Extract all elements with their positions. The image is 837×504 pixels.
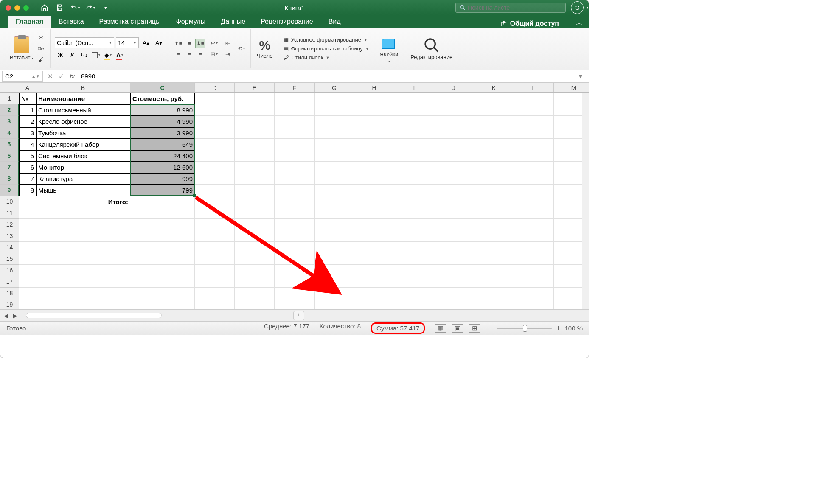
cell[interactable]	[315, 173, 354, 185]
cell[interactable]	[354, 207, 394, 219]
cell[interactable]	[315, 276, 354, 288]
cell[interactable]	[394, 230, 434, 242]
format-painter-icon[interactable]: 🖌	[36, 56, 46, 64]
cell[interactable]	[434, 265, 474, 276]
cell[interactable]	[195, 173, 235, 185]
cell[interactable]	[275, 127, 315, 139]
cell[interactable]	[315, 162, 354, 173]
cell[interactable]	[315, 288, 354, 299]
cell[interactable]	[514, 139, 554, 150]
cell[interactable]	[474, 196, 514, 207]
cell[interactable]	[394, 127, 434, 139]
data-cell[interactable]: 999	[130, 173, 195, 185]
cell[interactable]	[130, 276, 195, 288]
row-header-5[interactable]: 5	[0, 139, 19, 150]
underline-button[interactable]: Ч▾	[79, 50, 90, 60]
data-cell[interactable]: 6	[19, 162, 36, 173]
cell[interactable]	[235, 265, 275, 276]
cell[interactable]	[434, 127, 474, 139]
cell[interactable]	[474, 299, 514, 309]
cell[interactable]	[275, 162, 315, 173]
font-color-button[interactable]: А▾	[114, 50, 125, 60]
row-header-11[interactable]: 11	[0, 207, 19, 219]
row-header-2[interactable]: 2	[0, 104, 19, 116]
cell[interactable]	[19, 207, 36, 219]
data-cell[interactable]: Тумбочка	[36, 127, 130, 139]
cell[interactable]	[315, 265, 354, 276]
close-window-button[interactable]	[6, 5, 11, 11]
cell[interactable]	[36, 253, 130, 265]
zoom-in-button[interactable]: +	[556, 324, 561, 333]
cell[interactable]	[394, 185, 434, 196]
cell[interactable]	[36, 299, 130, 309]
data-cell[interactable]: Стол письменный	[36, 104, 130, 116]
cell[interactable]	[275, 93, 315, 104]
cell[interactable]	[434, 230, 474, 242]
align-bottom-icon[interactable]: ⬇≡	[195, 39, 205, 48]
cell[interactable]	[434, 162, 474, 173]
align-top-icon[interactable]: ⬆≡	[173, 39, 183, 48]
align-left-icon[interactable]: ≡	[173, 49, 183, 59]
border-button[interactable]: ▾	[90, 50, 101, 60]
total-label-cell[interactable]: Итого:	[36, 196, 130, 207]
cell[interactable]	[394, 219, 434, 230]
bold-button[interactable]: Ж	[55, 50, 66, 60]
cell[interactable]	[275, 253, 315, 265]
cell[interactable]	[354, 196, 394, 207]
add-sheet-button[interactable]: +	[293, 311, 304, 320]
cell[interactable]	[434, 116, 474, 127]
cell[interactable]	[354, 162, 394, 173]
cell[interactable]	[315, 196, 354, 207]
cell[interactable]	[434, 299, 474, 309]
cell[interactable]	[514, 127, 554, 139]
cell[interactable]	[474, 265, 514, 276]
cell[interactable]	[315, 185, 354, 196]
cell[interactable]	[315, 230, 354, 242]
cell[interactable]	[514, 185, 554, 196]
cell[interactable]	[235, 253, 275, 265]
cell[interactable]	[195, 276, 235, 288]
tab-page-layout[interactable]: Разметка страницы	[92, 16, 169, 28]
data-cell[interactable]: 2	[19, 116, 36, 127]
decrease-font-icon[interactable]: A▾	[153, 38, 164, 48]
cell[interactable]	[514, 162, 554, 173]
cell[interactable]	[514, 93, 554, 104]
cell[interactable]	[130, 230, 195, 242]
cell[interactable]	[315, 207, 354, 219]
cell[interactable]	[130, 242, 195, 253]
sheet-next-icon[interactable]: ▶	[13, 312, 17, 319]
row-header-18[interactable]: 18	[0, 288, 19, 299]
data-cell[interactable]: Системный блок	[36, 150, 130, 162]
tab-data[interactable]: Данные	[213, 16, 253, 28]
cell[interactable]	[36, 219, 130, 230]
cell[interactable]	[235, 207, 275, 219]
cell[interactable]	[394, 93, 434, 104]
column-header-A[interactable]: A	[19, 83, 36, 92]
cell[interactable]	[354, 139, 394, 150]
row-header-14[interactable]: 14	[0, 242, 19, 253]
cell[interactable]	[235, 242, 275, 253]
cell[interactable]	[354, 288, 394, 299]
cell[interactable]	[315, 253, 354, 265]
cancel-formula-icon[interactable]: ✕	[45, 73, 56, 80]
row-header-16[interactable]: 16	[0, 265, 19, 276]
cell[interactable]	[195, 196, 235, 207]
cell[interactable]	[235, 116, 275, 127]
row-header-17[interactable]: 17	[0, 276, 19, 288]
column-header-M[interactable]: M	[554, 83, 589, 92]
cell[interactable]	[474, 93, 514, 104]
cell[interactable]	[474, 219, 514, 230]
cell[interactable]	[394, 116, 434, 127]
cell[interactable]	[195, 207, 235, 219]
formula-input[interactable]: 8990	[78, 73, 575, 80]
cell[interactable]	[394, 196, 434, 207]
cell[interactable]	[19, 265, 36, 276]
cell[interactable]	[514, 253, 554, 265]
sheet-prev-icon[interactable]: ◀	[4, 312, 8, 319]
cell[interactable]	[130, 196, 195, 207]
cell[interactable]	[354, 104, 394, 116]
cell[interactable]	[235, 299, 275, 309]
column-header-B[interactable]: B	[36, 83, 130, 92]
cell[interactable]	[130, 299, 195, 309]
cell[interactable]	[36, 265, 130, 276]
